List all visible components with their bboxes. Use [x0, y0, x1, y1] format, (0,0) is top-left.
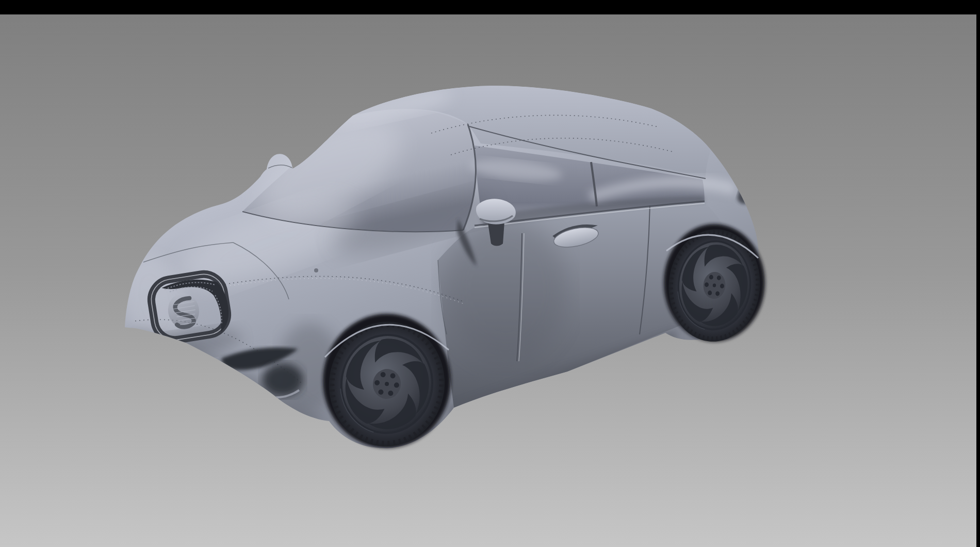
hood-nozzle: [314, 268, 318, 272]
app-window: [0, 0, 980, 547]
top-black-bar: [0, 0, 980, 14]
right-black-strip: [976, 0, 980, 547]
viewport-3d[interactable]: [0, 0, 980, 547]
